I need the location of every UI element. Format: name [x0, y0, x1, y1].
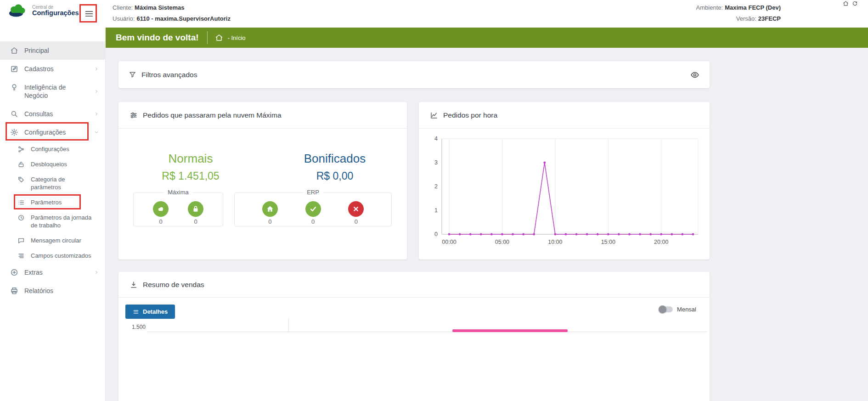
session-info: Cliente:Máxima Sistemas Usuário:6110 - m…	[113, 4, 231, 22]
orders-card-title: Pedidos que passaram pela nuvem Máxima	[143, 111, 282, 119]
sidebar-item-label: Parâmetros da jornada de trabalho	[31, 214, 93, 229]
app-title-small: Central de	[32, 5, 79, 10]
sales-summary-card: Resumo de vendas Detalhes Mensal 1.500	[118, 272, 710, 401]
plus-circle-icon	[10, 268, 18, 277]
environment-info: Ambiente:Maxima FECP (Dev) Versão:23FECP	[696, 4, 781, 22]
sidebar-config-submenu: Configurações Desbloqueios Categoria de …	[0, 141, 105, 263]
sliders-icon	[130, 111, 138, 119]
sidebar-item-cadastros[interactable]: Cadastros	[0, 60, 105, 78]
maxima-group-label: Máxima	[163, 189, 193, 196]
search-icon	[10, 110, 18, 118]
chevron-right-icon	[94, 66, 99, 72]
counter-value: 0	[311, 218, 315, 225]
banner-divider	[207, 31, 208, 44]
normal-orders-value: R$ 1.451,05	[118, 170, 263, 182]
refresh-icon[interactable]	[852, 0, 858, 6]
toggle-track[interactable]	[659, 306, 673, 312]
filter-icon	[129, 71, 136, 79]
svg-text:15:00: 15:00	[601, 239, 615, 245]
erp-status-group: ERP 0 0 0	[234, 192, 392, 226]
svg-text:00:00: 00:00	[442, 239, 456, 245]
sidebar-subitem-mensagem-circular[interactable]: Mensagem circular	[0, 233, 105, 248]
chart-line-icon	[430, 111, 438, 119]
corner-actions	[843, 0, 858, 6]
unlock-icon	[17, 161, 25, 168]
user-info: Usuário:6110 - maxima.SupervisorAutoriz	[113, 15, 231, 22]
sales-card-title: Resumo de vendas	[143, 281, 204, 289]
sidebar-item-label: Configurações	[24, 128, 66, 136]
counter-value: 0	[268, 218, 271, 225]
versao-info: Versão:23FECP	[736, 15, 781, 22]
eye-icon	[690, 70, 699, 79]
sidebar-item-relatorios[interactable]: Relatórios	[0, 282, 105, 300]
menu-toggle-button[interactable]	[83, 9, 95, 19]
counter-value: 0	[159, 218, 162, 225]
advanced-filters-card: Filtros avançados	[118, 61, 710, 88]
details-button[interactable]: Detalhes	[125, 305, 175, 319]
home-icon	[262, 201, 278, 217]
download-icon	[130, 281, 138, 289]
svg-text:0: 0	[434, 231, 438, 237]
cloud-logo-icon	[7, 4, 28, 17]
error-counter: 0	[348, 201, 364, 225]
sidebar-item-label: Consultas	[24, 110, 53, 118]
sidebar-item-label: Relatórios	[24, 287, 53, 295]
sidebar-item-label: Parâmetros	[31, 198, 62, 206]
home-icon	[10, 46, 18, 55]
app-title: Configurações	[32, 10, 79, 17]
top-header: Central de Configurações Cliente:Máxima …	[0, 0, 868, 28]
hierarchy-icon	[17, 146, 25, 153]
sidebar: Principal Cadastros Inteligência de Negó…	[0, 28, 106, 401]
app-logo: Central de Configurações	[7, 4, 79, 17]
erp-group-label: ERP	[303, 189, 323, 196]
toggle-knob[interactable]	[659, 305, 666, 313]
toggle-visibility-button[interactable]	[690, 70, 699, 79]
sidebar-subitem-configuracoes[interactable]: Configurações	[0, 141, 105, 157]
sidebar-item-configuracoes[interactable]: Configurações	[0, 123, 105, 141]
list-icon	[17, 199, 25, 206]
sidebar-subitem-desbloqueios[interactable]: Desbloqueios	[0, 157, 105, 172]
welcome-banner: Bem vindo de volta! - Início	[106, 28, 868, 48]
monthly-toggle-label: Mensal	[677, 306, 696, 313]
sidebar-subitem-campos-customizados[interactable]: Campos customizados	[0, 248, 105, 263]
normal-orders-label: Normais	[118, 152, 263, 166]
maxima-status-group: Máxima 0 0	[133, 192, 223, 226]
monthly-toggle[interactable]: Mensal	[659, 306, 696, 313]
bonus-orders-value: R$ 0,00	[263, 170, 407, 182]
message-icon	[17, 237, 25, 244]
lock-counter: 0	[188, 201, 203, 225]
svg-text:2: 2	[434, 183, 438, 190]
check-icon	[305, 201, 321, 217]
sidebar-item-extras[interactable]: Extras	[0, 263, 105, 282]
svg-text:20:00: 20:00	[654, 239, 668, 245]
layers-icon	[17, 252, 25, 260]
cloud-counter: 0	[153, 201, 169, 225]
check-counter: 0	[305, 201, 321, 225]
sidebar-subitem-parametros-da-jornada[interactable]: Parâmetros da jornada de trabalho	[0, 210, 105, 233]
main-content: Filtros avançados Pedidos que passaram p…	[106, 48, 868, 401]
sidebar-item-label: Inteligência de Negócio	[24, 83, 80, 100]
sidebar-item-label: Campos customizados	[31, 252, 91, 260]
bonus-orders-stat: Bonificados R$ 0,00	[263, 152, 407, 182]
sidebar-item-principal[interactable]: Principal	[0, 41, 105, 60]
sidebar-subitem-categoria-de-parametros[interactable]: Categoria de parâmetros	[0, 172, 105, 195]
home-icon[interactable]	[215, 34, 223, 42]
sales-chart-gridline-vertical	[288, 318, 289, 332]
normal-orders-stat: Normais R$ 1.451,05	[118, 152, 263, 182]
filters-card-title: Filtros avançados	[141, 71, 197, 79]
sidebar-subitem-parametros[interactable]: Parâmetros	[0, 195, 105, 210]
chevron-right-icon	[94, 89, 99, 94]
cloud-icon	[153, 201, 169, 217]
chevron-right-icon	[94, 270, 99, 275]
gear-icon	[10, 128, 18, 136]
sidebar-item-inteligencia-de-negocio[interactable]: Inteligência de Negócio	[0, 78, 105, 105]
sidebar-item-consultas[interactable]: Consultas	[0, 105, 105, 123]
cloud-orders-card: Pedidos que passaram pela nuvem Máxima N…	[118, 102, 407, 260]
svg-text:05:00: 05:00	[495, 239, 509, 245]
sidebar-item-label: Mensagem circular	[31, 237, 81, 244]
home-icon[interactable]	[843, 0, 849, 6]
menu-icon	[133, 309, 139, 315]
sidebar-item-label: Principal	[24, 46, 49, 55]
sidebar-item-label: Categoria de parâmetros	[31, 175, 81, 191]
sales-chart: 1.500	[118, 318, 710, 350]
